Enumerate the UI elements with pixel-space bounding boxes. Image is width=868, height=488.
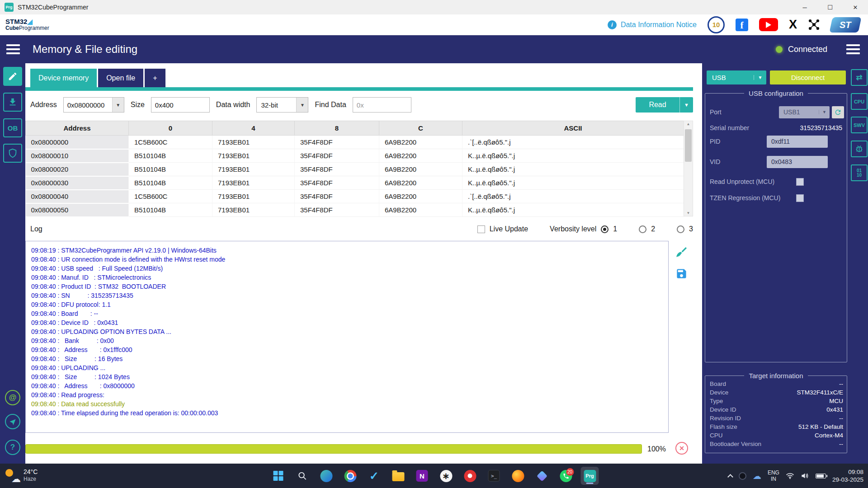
read-unprotect-checkbox[interactable]: [796, 178, 804, 186]
refresh-port-button[interactable]: [832, 106, 844, 118]
verbosity-radio-2[interactable]: [639, 225, 646, 233]
cell-value[interactable]: 7193EB01: [212, 203, 295, 217]
cell-value[interactable]: 6A9B2200: [379, 163, 462, 176]
taskbar-icon-chatgpt[interactable]: ∗: [437, 467, 455, 485]
minimize-button[interactable]: ─: [792, 0, 817, 14]
address-input[interactable]: [64, 101, 112, 109]
cell-value[interactable]: 1C5B600C: [129, 190, 212, 203]
scroll-up-icon[interactable]: ▲: [684, 122, 693, 126]
fault-analyzer-button[interactable]: [851, 141, 868, 157]
taskbar-weather-widget[interactable]: ☁ 24°C Haze: [5, 467, 38, 483]
data-information-notice[interactable]: i Data Information Notice: [608, 20, 697, 29]
table-row[interactable]: 0x08000000 1C5B600C 7193EB01 35F4F8DF 6A…: [26, 136, 684, 149]
cell-value[interactable]: B510104B: [129, 163, 212, 176]
sidebar-item-secure-programming[interactable]: [3, 144, 22, 163]
taskbar-icon-copilot[interactable]: [533, 467, 551, 485]
ten-years-badge-icon[interactable]: 10: [708, 16, 725, 33]
menu-hamburger-icon[interactable]: [6, 44, 20, 54]
taskbar-icon-terminal[interactable]: >_: [485, 467, 503, 485]
table-scrollbar[interactable]: ▲ ▼: [684, 121, 693, 216]
drone-icon[interactable]: [808, 19, 820, 31]
register-viewer-button[interactable]: 01 10: [851, 164, 868, 181]
verbosity-radio-1[interactable]: [601, 225, 609, 233]
facebook-icon[interactable]: f: [736, 19, 748, 31]
tray-chevron-up-icon[interactable]: [727, 474, 733, 480]
tab-open-file[interactable]: Open file: [98, 69, 143, 87]
read-button[interactable]: Read ▼: [636, 97, 693, 113]
cell-value[interactable]: 7193EB01: [212, 163, 295, 176]
tray-app-icon[interactable]: [739, 472, 746, 480]
taskbar-icon-stm32cubeprogrammer[interactable]: Prg: [581, 467, 599, 485]
volume-icon[interactable]: [801, 472, 809, 479]
wifi-icon[interactable]: [786, 473, 794, 479]
size-input[interactable]: [151, 97, 210, 113]
file-compare-button[interactable]: ⇄: [851, 69, 868, 86]
youtube-icon[interactable]: [759, 18, 778, 31]
tab-add[interactable]: +: [145, 69, 165, 87]
address-dropdown-icon[interactable]: ▼: [112, 98, 124, 112]
data-width-select[interactable]: 32-bit ▼: [256, 97, 308, 113]
scrollbar-thumb[interactable]: [685, 129, 692, 162]
disconnect-button[interactable]: Disconnect: [770, 70, 846, 84]
cell-value[interactable]: B510104B: [129, 149, 212, 163]
cpu-registers-button[interactable]: CPU: [851, 93, 868, 110]
table-row[interactable]: 0x08000040 1C5B600C 7193EB01 35F4F8DF 6A…: [26, 190, 684, 203]
taskbar-icon-search[interactable]: [293, 467, 311, 485]
language-indicator[interactable]: ENG IN: [768, 469, 779, 482]
taskbar-icon-firefox[interactable]: [509, 467, 527, 485]
tab-device-memory[interactable]: Device memory: [30, 69, 97, 87]
maximize-button[interactable]: ☐: [817, 0, 843, 14]
cell-value[interactable]: 35F4F8DF: [295, 203, 379, 217]
cell-value[interactable]: 6A9B2200: [379, 136, 462, 149]
cell-value[interactable]: 7193EB01: [212, 176, 295, 190]
table-row[interactable]: 0x08000020 B510104B 7193EB01 35F4F8DF 6A…: [26, 163, 684, 176]
cell-value[interactable]: 6A9B2200: [379, 190, 462, 203]
cell-value[interactable]: 1C5B600C: [129, 136, 212, 149]
swv-button[interactable]: SWV: [851, 117, 868, 133]
verbosity-radio-3[interactable]: [677, 225, 684, 233]
taskbar-icon-start[interactable]: [269, 467, 288, 485]
live-update-checkbox[interactable]: [477, 225, 485, 233]
cell-value[interactable]: 7193EB01: [212, 149, 295, 163]
interface-select[interactable]: USB ▼: [707, 70, 766, 84]
cell-value[interactable]: 35F4F8DF: [295, 190, 379, 203]
cell-value[interactable]: B510104B: [129, 203, 212, 217]
sidebar-item-memory-edit[interactable]: [3, 67, 22, 86]
st-logo[interactable]: ST: [829, 17, 861, 33]
cancel-operation-button[interactable]: ✕: [675, 442, 688, 455]
tzen-regression-checkbox[interactable]: [796, 194, 804, 202]
onedrive-cloud-icon[interactable]: ☁: [753, 472, 761, 480]
scroll-down-icon[interactable]: ▼: [684, 211, 693, 215]
cell-value[interactable]: 6A9B2200: [379, 149, 462, 163]
cell-value[interactable]: 6A9B2200: [379, 176, 462, 190]
taskbar-icon-whatsapp[interactable]: 20: [557, 467, 575, 485]
taskbar-clock[interactable]: 09:08 29-03-2025: [832, 468, 863, 483]
cell-value[interactable]: 35F4F8DF: [295, 136, 379, 149]
sidebar-help-button[interactable]: ?: [5, 440, 20, 455]
taskbar-icon-file-explorer[interactable]: [389, 467, 407, 485]
cell-value[interactable]: B510104B: [129, 176, 212, 190]
battery-icon[interactable]: [816, 474, 826, 479]
sidebar-community-button[interactable]: @: [5, 390, 20, 405]
cell-value[interactable]: 7193EB01: [212, 136, 295, 149]
taskbar-icon-chrome[interactable]: [341, 467, 359, 485]
cell-value[interactable]: 6A9B2200: [379, 203, 462, 217]
find-data-input[interactable]: [353, 97, 411, 113]
settings-hamburger-icon[interactable]: [846, 44, 860, 54]
cell-value[interactable]: 35F4F8DF: [295, 163, 379, 176]
read-dropdown-icon[interactable]: ▼: [679, 97, 693, 113]
taskbar-icon-todo[interactable]: ✓: [365, 467, 383, 485]
cell-value[interactable]: 35F4F8DF: [295, 149, 379, 163]
cell-value[interactable]: 7193EB01: [212, 190, 295, 203]
sidebar-item-option-bytes[interactable]: OB: [3, 118, 22, 137]
save-log-icon[interactable]: [675, 267, 688, 280]
table-row[interactable]: 0x08000050 B510104B 7193EB01 35F4F8DF 6A…: [26, 203, 684, 217]
taskbar-icon-edge[interactable]: [317, 467, 335, 485]
taskbar-icon-onenote[interactable]: N: [413, 467, 431, 485]
close-button[interactable]: ✕: [843, 0, 868, 14]
sidebar-item-erase-programming[interactable]: [3, 93, 22, 112]
log-output[interactable]: 09:08:19 : STM32CubeProgrammer API v2.19…: [25, 241, 669, 433]
port-select[interactable]: USB1 ▼: [779, 106, 830, 118]
cell-value[interactable]: 35F4F8DF: [295, 176, 379, 190]
table-row[interactable]: 0x08000010 B510104B 7193EB01 35F4F8DF 6A…: [26, 149, 684, 163]
